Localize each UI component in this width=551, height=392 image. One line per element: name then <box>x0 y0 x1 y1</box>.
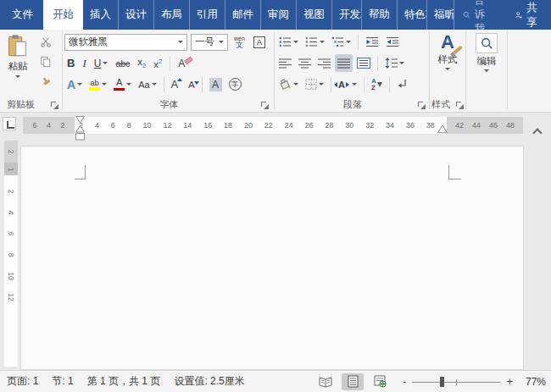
enclose-characters-button[interactable]: 字 <box>226 75 244 93</box>
zoom-percentage[interactable]: 77% <box>519 376 546 388</box>
first-line-indent-marker[interactable] <box>75 116 85 124</box>
tab-insert[interactable]: 插入 <box>83 0 118 30</box>
enclose-characters-icon: 字 <box>229 78 242 91</box>
italic-button[interactable]: I <box>80 54 88 72</box>
distribute-button[interactable] <box>354 54 373 72</box>
status-bar: 页面: 1 节: 1 第 1 页，共 1 页 设置值: 2.5厘米 - + 77… <box>0 370 551 392</box>
numbering-icon <box>305 36 318 47</box>
tab-layout[interactable]: 布局 <box>153 0 189 30</box>
tab-review[interactable]: 审阅 <box>260 0 296 30</box>
underline-button[interactable]: U <box>92 54 111 72</box>
tab-help[interactable]: 帮助 <box>361 0 397 30</box>
shrink-font-button[interactable]: A <box>186 75 197 93</box>
character-border-button[interactable]: A <box>251 33 268 51</box>
numbering-button[interactable] <box>303 33 327 51</box>
tab-mailings[interactable]: 邮件 <box>225 0 260 30</box>
line-spacing-button[interactable] <box>382 54 407 72</box>
align-left-button[interactable] <box>276 54 294 72</box>
superscript-icon: x2 <box>153 58 162 69</box>
web-layout-button[interactable] <box>369 373 391 390</box>
status-page-of-total[interactable]: 第 1 页，共 1 页 <box>87 374 161 389</box>
decrease-indent-button[interactable] <box>363 33 381 51</box>
text-highlight-button[interactable]: ab <box>86 75 109 93</box>
tab-developer[interactable]: 开发工 <box>331 0 361 30</box>
zoom-slider-thumb[interactable] <box>440 377 444 387</box>
multilevel-list-button[interactable] <box>329 33 353 51</box>
search-icon <box>463 9 470 20</box>
borders-button[interactable] <box>303 75 326 93</box>
justify-button[interactable] <box>335 54 353 72</box>
font-color-button[interactable]: A <box>111 75 134 93</box>
hanging-indent-marker[interactable] <box>75 125 85 141</box>
share-button[interactable]: 共享 <box>504 0 551 30</box>
zoom-in-button[interactable]: + <box>506 375 513 388</box>
align-center-button[interactable] <box>296 54 314 72</box>
asian-layout-button[interactable]: A <box>336 75 359 93</box>
bullets-button[interactable] <box>276 33 301 51</box>
zoom-slider[interactable] <box>412 377 500 387</box>
text-effects-button[interactable]: A <box>64 75 85 93</box>
horizontal-ruler[interactable]: 642 2468101214161820222426283032343638 4… <box>23 117 523 134</box>
status-page[interactable]: 页面: 1 <box>7 374 38 389</box>
tab-special-features[interactable]: 特色功 <box>397 0 426 30</box>
ruler-number: 12 <box>7 293 15 301</box>
clear-formatting-button[interactable]: A <box>175 54 187 72</box>
tab-view[interactable]: 视图 <box>296 0 331 30</box>
font-size-combo[interactable]: 一号 <box>191 34 228 51</box>
superscript-button[interactable]: x2 <box>151 54 164 72</box>
sort-icon: A Z <box>371 78 376 91</box>
tab-stop-selector[interactable] <box>3 117 16 130</box>
print-layout-button[interactable] <box>342 373 364 390</box>
styles-dialog-launcher[interactable] <box>456 102 464 109</box>
zoom-out-button[interactable]: - <box>403 375 406 388</box>
strikethrough-button[interactable]: abc <box>113 54 132 72</box>
show-hide-marks-button[interactable] <box>394 75 410 93</box>
vruler-top-margin: 2 <box>4 141 18 163</box>
editing-button[interactable]: 编辑 <box>468 30 505 106</box>
search-icon <box>481 37 493 50</box>
change-case-button[interactable]: Aa <box>136 75 159 93</box>
read-mode-button[interactable] <box>314 373 337 390</box>
increase-indent-button[interactable] <box>383 33 402 51</box>
editing-group: 编辑 <box>468 30 505 113</box>
character-shading-button[interactable]: A <box>207 75 225 93</box>
cut-button[interactable] <box>36 33 56 51</box>
borders-icon <box>305 79 317 90</box>
align-right-button[interactable] <box>315 54 333 72</box>
vertical-ruler[interactable]: 2 1 24681012 <box>4 141 18 367</box>
subscript-button[interactable]: x2 <box>135 54 148 72</box>
separator <box>389 77 390 92</box>
ruler-number: 16 <box>203 117 212 134</box>
font-name-combo[interactable]: 微软雅黑 <box>64 34 187 51</box>
collapse-ribbon-chevron[interactable] <box>532 128 542 137</box>
phonetic-guide-button[interactable]: wén 文 <box>231 33 248 51</box>
vruler-text-area: 24681012 <box>4 175 18 367</box>
bold-button[interactable]: B <box>64 54 77 72</box>
margin-corner-mark-right <box>448 165 461 179</box>
status-section[interactable]: 节: 1 <box>52 374 73 389</box>
styles-button[interactable]: 样A 样式 <box>430 30 465 106</box>
shading-button[interactable] <box>276 75 301 93</box>
font-dialog-launcher[interactable] <box>261 102 269 109</box>
document-page[interactable] <box>20 146 524 370</box>
tell-me-box[interactable]: 告诉我 <box>454 0 504 30</box>
tab-home[interactable]: 开始 <box>43 0 83 30</box>
font-name-dropdown-arrow <box>178 41 183 43</box>
tab-foxit-pdf[interactable]: 福昕P <box>426 0 454 30</box>
right-indent-marker[interactable] <box>437 124 448 134</box>
tab-references[interactable]: 引用 <box>189 0 225 30</box>
clipboard-dialog-launcher[interactable] <box>51 102 58 109</box>
paste-button[interactable]: 粘贴 <box>0 30 36 91</box>
bold-icon: B <box>67 57 75 69</box>
ruler-number: 6 <box>32 117 36 134</box>
tab-design[interactable]: 设计 <box>118 0 153 30</box>
grow-font-button[interactable]: A <box>169 75 181 93</box>
sort-button[interactable]: A Z <box>369 75 385 93</box>
format-painter-icon <box>40 75 52 87</box>
paragraph-dialog-launcher[interactable] <box>418 102 426 109</box>
tab-file[interactable]: 文件 <box>2 0 43 30</box>
copy-button[interactable] <box>36 52 56 70</box>
status-setting-value[interactable]: 设置值: 2.5厘米 <box>174 374 244 389</box>
ruler-number: 8 <box>7 253 15 257</box>
format-painter-button[interactable] <box>36 72 56 90</box>
